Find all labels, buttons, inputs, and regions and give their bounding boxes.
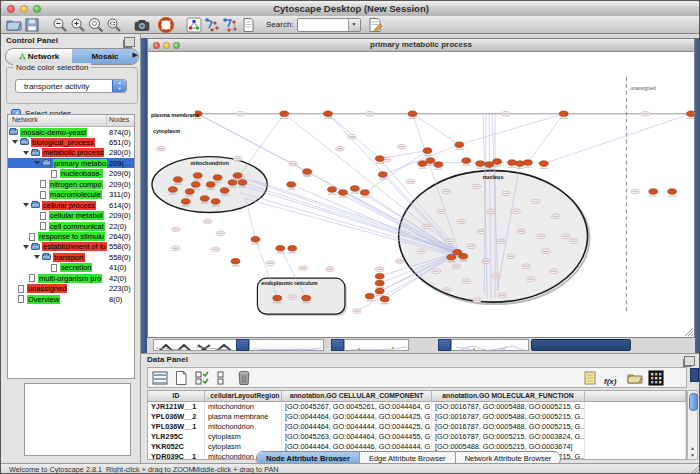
maximize-icon[interactable] <box>173 42 180 49</box>
tree-row[interactable]: biological_process651(0) <box>8 137 134 147</box>
minimized-window-icon[interactable] <box>236 339 249 351</box>
graph-node[interactable] <box>181 199 190 205</box>
table-row[interactable]: YPL036W__2plasma membrane[GO:0044464, GO… <box>148 412 686 422</box>
open-icon[interactable] <box>6 17 22 33</box>
network-canvas[interactable]: plasma membranecytoplasmmitochondrionnuc… <box>148 52 694 337</box>
close-icon[interactable] <box>153 42 160 49</box>
tree-row[interactable]: secretion41(0) <box>8 263 134 273</box>
select-attributes-icon[interactable] <box>194 370 210 386</box>
graph-node[interactable] <box>220 188 229 194</box>
graph-node[interactable] <box>516 161 525 167</box>
graph-node[interactable] <box>434 162 443 168</box>
graph-node[interactable] <box>233 173 242 179</box>
node-color-dropdown[interactable]: transporter activity ▲▼ <box>15 79 127 93</box>
disclosure-triangle-icon[interactable] <box>34 255 40 259</box>
column-header[interactable]: annotation.GO MOLECULAR_FUNCTION <box>432 391 585 401</box>
table-row[interactable]: YLR295Ccytoplasm[GO:0045263, GO:0044464,… <box>148 432 686 442</box>
unselect-attributes-icon[interactable] <box>215 370 231 386</box>
tree-row[interactable]: transport558(0) <box>8 252 134 262</box>
tree-row[interactable]: establishment of lo558(0) <box>8 242 134 252</box>
zoom-fit-icon[interactable] <box>88 17 104 33</box>
graph-node[interactable] <box>324 111 333 117</box>
graph-node[interactable] <box>426 158 435 164</box>
search-input[interactable]: ▼ <box>297 18 361 32</box>
graph-node[interactable] <box>447 254 456 260</box>
nucleus-region[interactable] <box>399 171 588 303</box>
graph-node[interactable] <box>288 246 297 252</box>
vizmapper-icon[interactable] <box>186 17 202 33</box>
graph-node[interactable] <box>350 186 359 192</box>
graph-node[interactable] <box>649 189 658 195</box>
minimized-window-icon[interactable] <box>331 339 344 351</box>
graph-node[interactable] <box>360 190 369 196</box>
graph-node[interactable] <box>251 237 260 243</box>
matrix-view-icon[interactable] <box>648 370 664 386</box>
tree-row[interactable]: Overview8(0) <box>8 294 134 304</box>
graph-node[interactable] <box>668 189 677 195</box>
graph-node[interactable] <box>276 246 285 252</box>
graph-node[interactable] <box>493 159 502 165</box>
minimized-window-icon[interactable] <box>438 339 451 351</box>
graph-node[interactable] <box>375 156 384 162</box>
import-attributes-icon[interactable] <box>582 370 598 386</box>
create-network-icon[interactable] <box>204 17 220 33</box>
graph-node[interactable] <box>459 253 468 259</box>
graph-node[interactable] <box>273 295 282 301</box>
graph-node[interactable] <box>168 187 177 193</box>
table-header-row[interactable]: ID_cellularLayoutRegionannotation.GO CEL… <box>148 391 686 402</box>
attribute-table[interactable]: ID_cellularLayoutRegionannotation.GO CEL… <box>147 390 687 460</box>
zoom-out-icon[interactable] <box>52 17 68 33</box>
advanced-search-icon[interactable] <box>367 17 383 33</box>
tree-row[interactable]: cellular process614(0) <box>8 200 134 210</box>
tab-mosaic[interactable]: Mosaic <box>72 49 138 64</box>
minimized-window-titlebar[interactable] <box>531 339 631 351</box>
graph-node[interactable] <box>193 173 202 179</box>
birdseye-view[interactable] <box>24 383 131 456</box>
save-icon[interactable] <box>24 17 40 33</box>
scroll-down-icon[interactable]: ▼ <box>688 452 697 459</box>
column-header[interactable] <box>585 391 686 401</box>
tab-network[interactable]: Network <box>6 49 72 64</box>
delete-attributes-icon[interactable] <box>236 370 252 386</box>
graph-node[interactable] <box>380 296 389 302</box>
graph-node[interactable] <box>339 190 348 196</box>
tree-row[interactable]: metabolic process280(0) <box>8 148 134 158</box>
column-header[interactable]: ID <box>148 391 205 401</box>
graph-node[interactable] <box>231 258 240 264</box>
zoom-button[interactable] <box>33 5 41 13</box>
table-row[interactable]: YPL036W__1mitochondrion[GO:0044464, GO:0… <box>148 422 686 432</box>
minimized-window-2[interactable] <box>344 339 409 351</box>
graph-node[interactable] <box>375 288 384 294</box>
tree-row[interactable]: primary metabo209(... <box>8 158 134 168</box>
graph-node[interactable] <box>238 180 247 186</box>
stepper-arrows-icon[interactable]: ▲▼ <box>112 80 126 92</box>
graph-node[interactable] <box>191 182 200 188</box>
graph-node[interactable] <box>378 172 387 178</box>
graph-node[interactable] <box>408 111 417 117</box>
graph-node[interactable] <box>200 196 209 202</box>
graph-node[interactable] <box>476 161 485 167</box>
graph-node[interactable] <box>462 158 471 164</box>
graph-node[interactable] <box>213 175 222 181</box>
graph-node[interactable] <box>375 280 384 286</box>
graph-node[interactable] <box>303 169 312 175</box>
graph-node[interactable] <box>559 111 568 117</box>
chevron-down-icon[interactable]: ▼ <box>348 19 360 31</box>
minimized-window-1[interactable] <box>249 339 324 351</box>
disclosure-triangle-icon[interactable] <box>23 203 29 207</box>
resize-grip-icon[interactable] <box>684 327 693 336</box>
destroy-network-icon[interactable] <box>222 17 238 33</box>
close-button[interactable] <box>7 5 15 13</box>
minimized-window-3[interactable] <box>451 339 529 351</box>
table-scrollbar[interactable]: ▲ ▼ <box>687 390 698 460</box>
tree-row[interactable]: cellular metabol209(0) <box>8 211 134 221</box>
graph-node[interactable] <box>365 293 374 299</box>
camera-icon[interactable] <box>134 17 150 33</box>
disclosure-triangle-icon[interactable] <box>12 140 18 144</box>
table-row[interactable]: YJR121W__1mitochondrion[GO:0045267, GO:0… <box>148 402 686 412</box>
graph-node[interactable] <box>211 199 220 205</box>
column-header[interactable]: _cellularLayoutRegion <box>205 391 282 401</box>
tree-row[interactable]: response to stimulu264(0) <box>8 232 134 242</box>
minimize-icon[interactable] <box>163 42 170 49</box>
create-new-attribute-icon[interactable] <box>173 370 189 386</box>
